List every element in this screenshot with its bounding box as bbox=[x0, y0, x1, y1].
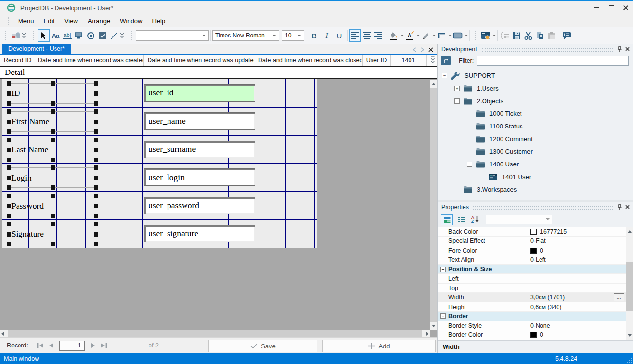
tab-scroll-left-icon[interactable] bbox=[413, 47, 416, 52]
property-group-position-size[interactable]: −Position & Size bbox=[438, 265, 626, 274]
selection-handle[interactable] bbox=[94, 185, 98, 190]
tab-close-icon[interactable] bbox=[428, 47, 433, 52]
selection-handle[interactable] bbox=[51, 81, 55, 86]
detail-band-header[interactable]: Detail bbox=[0, 66, 437, 79]
property-row-height[interactable]: Height0,6см (340) bbox=[438, 302, 626, 311]
style-combobox[interactable] bbox=[136, 30, 209, 41]
column-overflow-button[interactable] bbox=[428, 55, 437, 66]
selection-handle[interactable] bbox=[7, 194, 11, 198]
save-record-button[interactable]: Save bbox=[208, 340, 317, 352]
property-row-top[interactable]: Top bbox=[438, 284, 626, 293]
tree-item-1401-user[interactable]: 1401 User bbox=[438, 170, 633, 183]
selection-handle[interactable] bbox=[7, 214, 11, 218]
sort-alphabetical-button[interactable]: AZ bbox=[469, 214, 481, 225]
selection-handle[interactable] bbox=[94, 120, 98, 124]
textbox-tool-button[interactable]: ab| bbox=[61, 29, 73, 42]
selection-handle[interactable] bbox=[7, 138, 11, 142]
selection-handle[interactable] bbox=[7, 222, 11, 226]
border-style-button[interactable] bbox=[452, 29, 464, 42]
close-button[interactable] bbox=[618, 2, 633, 13]
column-header-4[interactable]: User ID bbox=[363, 55, 391, 66]
panel-close-icon[interactable] bbox=[625, 205, 630, 209]
selection-handle[interactable] bbox=[94, 91, 98, 96]
align-center-button[interactable] bbox=[361, 29, 372, 42]
maximize-button[interactable] bbox=[604, 2, 618, 13]
outline-button[interactable] bbox=[499, 29, 511, 42]
expand-icon[interactable]: + bbox=[454, 86, 460, 91]
selection-handle[interactable] bbox=[51, 109, 55, 114]
toolbar-grip-1[interactable] bbox=[5, 31, 7, 40]
first-record-button[interactable] bbox=[35, 340, 46, 351]
pin-icon[interactable] bbox=[617, 204, 622, 210]
property-value[interactable]: 0-Flat bbox=[528, 237, 626, 244]
property-row-border-color[interactable]: Border Color0 bbox=[438, 330, 626, 340]
selection-handle[interactable] bbox=[94, 165, 98, 170]
tree-item-3-workspaces[interactable]: 3.Workspaces bbox=[438, 183, 633, 196]
horizontal-scroll-thumb[interactable] bbox=[8, 330, 422, 337]
menu-item-arrange[interactable]: Arrange bbox=[83, 16, 115, 26]
scroll-left-icon[interactable] bbox=[1, 332, 4, 336]
font-family-combobox[interactable]: Times New Roman bbox=[212, 30, 279, 41]
property-row-special-effect[interactable]: Special Effect0-Flat bbox=[438, 237, 626, 246]
collapse-icon[interactable]: − bbox=[467, 162, 472, 167]
selection-handle[interactable] bbox=[51, 158, 55, 162]
selection-handle[interactable] bbox=[7, 185, 11, 190]
textbox-user_name[interactable]: user_name bbox=[144, 112, 255, 130]
option-tool-button[interactable] bbox=[85, 29, 96, 42]
selection-handle[interactable] bbox=[7, 101, 11, 106]
scroll-right-icon[interactable] bbox=[426, 332, 428, 336]
ellipsis-button[interactable]: ... bbox=[614, 293, 624, 301]
selection-handle[interactable] bbox=[94, 214, 98, 218]
add-record-button[interactable]: Add bbox=[322, 340, 436, 352]
collapse-icon[interactable]: − bbox=[454, 98, 460, 104]
field-label-user_name[interactable]: First Name bbox=[9, 111, 96, 132]
field-label-user_login[interactable]: Login bbox=[9, 167, 96, 188]
designer-vertical-scrollbar[interactable] bbox=[430, 80, 437, 330]
selection-handle[interactable] bbox=[94, 194, 98, 198]
property-row-left[interactable]: Left bbox=[438, 274, 626, 283]
tree-item-1000-ticket[interactable]: 1000 Ticket bbox=[438, 107, 633, 120]
property-row-width[interactable]: Width3,0см (1701)... bbox=[438, 293, 626, 302]
selection-handle[interactable] bbox=[51, 165, 55, 170]
tab-scroll-right-icon[interactable] bbox=[421, 47, 424, 52]
selection-handle[interactable] bbox=[7, 120, 11, 124]
font-color-button[interactable]: A bbox=[404, 29, 415, 42]
textbox-user_id[interactable]: user_id bbox=[144, 84, 255, 102]
property-row-border-style[interactable]: Border Style0-None bbox=[438, 321, 626, 330]
selection-handle[interactable] bbox=[7, 158, 11, 162]
property-row-back-color[interactable]: Back Color16777215 bbox=[438, 227, 626, 237]
tree-item-1400-user[interactable]: −1400 User bbox=[438, 158, 633, 170]
menu-item-edit[interactable]: Edit bbox=[39, 16, 59, 26]
next-record-button[interactable] bbox=[88, 340, 98, 351]
selection-handle[interactable] bbox=[7, 165, 11, 170]
properties-scrollbar[interactable] bbox=[626, 227, 633, 340]
selection-handle[interactable] bbox=[7, 242, 11, 246]
menubar-grip[interactable] bbox=[8, 16, 10, 26]
selection-handle[interactable] bbox=[94, 129, 98, 134]
select-tool-button[interactable] bbox=[38, 29, 50, 42]
column-header-1[interactable]: Date and time when record was created bbox=[34, 55, 144, 66]
chevron-down-icon[interactable] bbox=[493, 35, 496, 36]
selection-handle[interactable] bbox=[51, 101, 55, 106]
line-tool-button[interactable] bbox=[108, 29, 120, 42]
label-tool-button[interactable]: Aa bbox=[50, 29, 61, 42]
selection-handle[interactable] bbox=[94, 148, 98, 152]
form-settings-button[interactable] bbox=[480, 29, 491, 42]
selection-handle[interactable] bbox=[94, 81, 98, 86]
selection-handle[interactable] bbox=[94, 109, 98, 114]
textbox-user_signature[interactable]: user_signature bbox=[144, 225, 255, 242]
selection-handle[interactable] bbox=[7, 204, 11, 208]
property-row-fore-color[interactable]: Fore Color0 bbox=[438, 246, 626, 255]
border-corner-button[interactable] bbox=[436, 29, 447, 42]
property-row-text-align[interactable]: Text Align0-Left bbox=[438, 255, 626, 265]
property-value[interactable]: 0-None bbox=[528, 322, 626, 329]
minimize-button[interactable] bbox=[589, 2, 604, 13]
tree-item-1-users[interactable]: +1.Users bbox=[438, 82, 633, 94]
copy-button[interactable] bbox=[534, 29, 546, 42]
designer-horizontal-scrollbar[interactable] bbox=[0, 330, 430, 337]
field-label-user_signature[interactable]: Signature bbox=[9, 224, 96, 244]
menu-item-view[interactable]: View bbox=[59, 16, 83, 26]
scroll-up-icon[interactable] bbox=[432, 83, 436, 85]
selection-handle[interactable] bbox=[94, 176, 98, 180]
tree-item-support[interactable]: −SUPPORT bbox=[438, 69, 633, 82]
